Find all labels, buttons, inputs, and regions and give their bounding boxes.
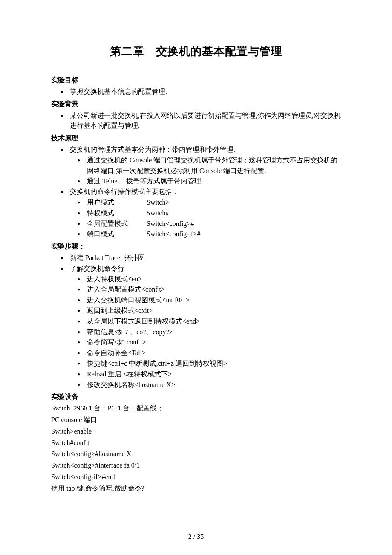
page-number: 2 / 35 [0,532,392,542]
list-item: 进入交换机端口视图模式<int f0/1> [87,295,341,306]
tech-mgmt-sublist: 通过交换机的 Console 端口管理交换机属于带外管理；这种管理方式不占用交换… [70,155,341,187]
equip-line: Switch<config>#hostname X [51,449,341,460]
list-item: 新建 Packet Tracer 拓扑图 [70,253,341,263]
list-item: 交换机的命令行操作模式主要包括： 用户模式 Switch> 特权模式 Switc… [70,187,341,240]
tech-mode-intro: 交换机的命令行操作模式主要包括： [70,188,179,195]
list-item: 通过交换机的 Console 端口管理交换机属于带外管理；这种管理方式不占用交换… [87,155,341,176]
list-item: 命令简写<如 conf t> [87,337,341,348]
list-item: 快捷键<ctrl+c 中断测试,ctrl+z 退回到特权视图> [87,358,341,369]
list-item: 全局配置模式 Switch<config># [87,219,341,229]
list-item: 进入特权模式<en> [87,274,341,285]
chapter-title: 第二章 交换机的基本配置与管理 [51,43,341,60]
mode-label: 用户模式 [87,197,147,208]
list-item: 某公司新进一批交换机,在投入网络以后要进行初始配置与管理,你作为网络管理员,对交… [70,110,341,132]
equip-line: Switch>enable [51,426,341,437]
mode-prompt: Switch> [147,197,169,208]
list-item: 进入全局配置模式<conf t> [87,284,341,295]
list-item: 了解交换机命令行 进入特权模式<en> 进入全局配置模式<conf t> 进入交… [70,263,341,390]
mode-prompt: Switch<config-if># [147,229,200,240]
heading-background: 实验背景 [51,99,341,110]
document-page: 第二章 交换机的基本配置与管理 实验目标 掌握交换机基本信息的配置管理. 实验背… [0,0,392,555]
background-list: 某公司新进一批交换机,在投入网络以后要进行初始配置与管理,你作为网络管理员,对交… [51,110,341,132]
list-item: 交换机的管理方式基本分为两种：带内管理和带外管理. 通过交换机的 Console… [70,145,341,187]
equipment-block: Switch_2960 1 台；PC 1 台；配置线； PC console 端… [51,403,341,494]
mode-label: 端口模式 [87,229,147,240]
equip-line: PC console 端口 [51,415,341,425]
list-item: 帮助信息<如? 、co?、copy?> [87,327,341,338]
list-item: 从全局以下模式返回到特权模式<end> [87,316,341,327]
goal-list: 掌握交换机基本信息的配置管理. [51,87,341,97]
equip-line: Switch_2960 1 台；PC 1 台；配置线； [51,403,341,414]
heading-equipment: 实验设备 [51,392,341,402]
mode-prompt: Switch# [147,208,169,219]
mode-label: 特权模式 [87,208,147,219]
heading-tech: 技术原理 [51,133,341,144]
mode-list: 用户模式 Switch> 特权模式 Switch# 全局配置模式 Switch<… [70,197,341,240]
tech-list: 交换机的管理方式基本分为两种：带内管理和带外管理. 通过交换机的 Console… [51,145,341,240]
list-item: 端口模式 Switch<config-if># [87,229,341,240]
list-item: 返回到上级模式<exit> [87,306,341,316]
list-item: 修改交换机名称<hostname X> [87,380,341,390]
steps-sublist: 进入特权模式<en> 进入全局配置模式<conf t> 进入交换机端口视图模式<… [70,274,341,390]
list-item: 通过 Telnet、拨号等方式属于带内管理. [87,176,341,187]
list-item: 特权模式 Switch# [87,208,341,219]
equip-line: Switch<config-if>#end [51,472,341,483]
equip-line: 使用 tab 键,命令简写,帮助命令? [51,483,341,494]
tech-mgmt-intro: 交换机的管理方式基本分为两种：带内管理和带外管理. [70,146,235,153]
list-item: 掌握交换机基本信息的配置管理. [70,87,341,97]
equip-line: Switch<config>#interface fa 0/1 [51,460,341,471]
steps-subhead: 了解交换机命令行 [70,265,124,272]
heading-goal: 实验目标 [51,75,341,86]
list-item: Reload 重启.<在特权模式下> [87,369,341,380]
list-item: 命令自动补全<Tab> [87,348,341,358]
heading-steps: 实验步骤： [51,241,341,252]
mode-label: 全局配置模式 [87,219,147,229]
mode-prompt: Switch<config># [147,219,194,229]
equip-line: Switch#conf t [51,438,341,448]
steps-list: 新建 Packet Tracer 拓扑图 了解交换机命令行 进入特权模式<en>… [51,253,341,390]
list-item: 用户模式 Switch> [87,197,341,208]
